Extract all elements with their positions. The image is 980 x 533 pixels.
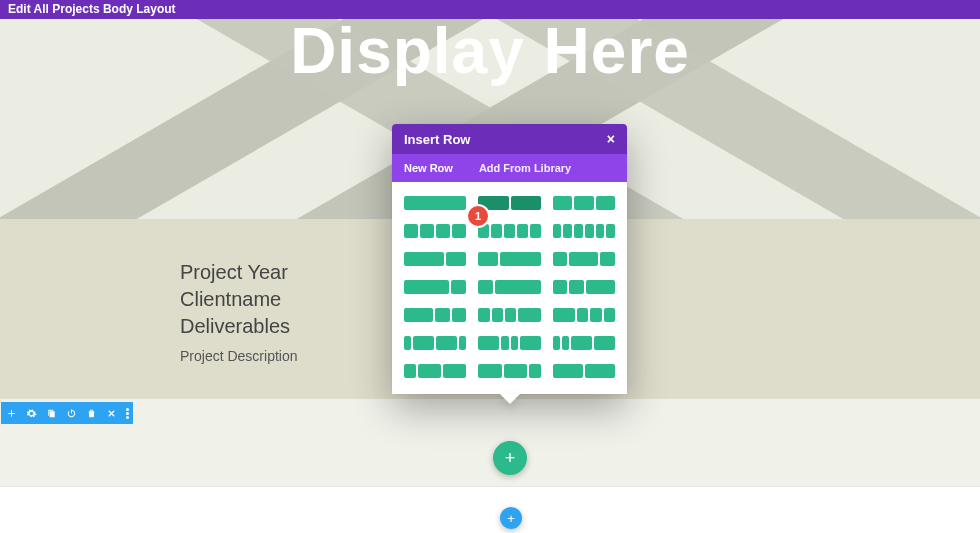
bottom-strip (0, 486, 980, 533)
layout-col (492, 308, 503, 322)
layout-col (459, 336, 466, 350)
layout-option[interactable] (553, 252, 615, 266)
modal-title: Insert Row (404, 132, 470, 147)
layout-option[interactable] (553, 280, 615, 294)
layout-col (604, 308, 615, 322)
below-band-area (0, 399, 980, 486)
dot-icon (126, 416, 129, 419)
layout-col (404, 308, 433, 322)
layout-option[interactable] (553, 336, 615, 350)
layout-option[interactable] (404, 196, 466, 210)
layout-option[interactable] (404, 308, 466, 322)
section-more-button[interactable] (121, 402, 133, 424)
layout-option[interactable] (478, 308, 540, 322)
layout-col (518, 308, 541, 322)
layout-col (553, 308, 576, 322)
layout-option[interactable] (553, 224, 615, 238)
layout-option[interactable] (478, 252, 540, 266)
section-settings-button[interactable] (21, 402, 41, 424)
layout-col (569, 252, 598, 266)
layout-col (596, 224, 605, 238)
layout-col (435, 308, 450, 322)
layout-col (404, 336, 411, 350)
section-duplicate-button[interactable] (41, 402, 61, 424)
layout-col (451, 280, 466, 294)
section-add-button[interactable] (1, 402, 21, 424)
power-icon (66, 408, 77, 419)
layout-option[interactable] (553, 364, 615, 378)
layout-col (413, 336, 434, 350)
layout-option[interactable] (404, 364, 466, 378)
layout-grid (404, 196, 615, 378)
layout-col (495, 280, 540, 294)
plus-icon (6, 408, 17, 419)
dot-icon (126, 412, 129, 415)
layout-col (553, 336, 560, 350)
section-power-button[interactable] (61, 402, 81, 424)
layout-col (596, 196, 615, 210)
layout-option[interactable] (478, 196, 540, 210)
modal-pointer-icon (500, 394, 520, 404)
layout-col (443, 364, 466, 378)
add-row-button[interactable]: + (493, 441, 527, 475)
layout-col (404, 196, 466, 210)
layout-col (577, 308, 588, 322)
layout-option[interactable] (404, 224, 466, 238)
layout-col (504, 224, 515, 238)
layout-col (553, 252, 568, 266)
layout-col (530, 224, 541, 238)
layout-option[interactable] (553, 196, 615, 210)
layout-option[interactable] (478, 336, 540, 350)
layout-col (418, 364, 441, 378)
layout-col (452, 224, 466, 238)
layout-option[interactable] (478, 280, 540, 294)
admin-bar: Edit All Projects Body Layout (0, 0, 980, 19)
modal-close-button[interactable]: × (607, 131, 615, 147)
layout-col (404, 224, 418, 238)
layout-col (436, 224, 450, 238)
layout-col (505, 308, 516, 322)
admin-bar-title: Edit All Projects Body Layout (8, 2, 176, 16)
layout-col (504, 364, 527, 378)
section-delete-button[interactable] (81, 402, 101, 424)
layout-col (501, 336, 508, 350)
layout-option[interactable] (404, 252, 466, 266)
layout-option[interactable] (404, 336, 466, 350)
layout-col (520, 336, 541, 350)
dot-icon (126, 408, 129, 411)
delete-icon (86, 408, 97, 419)
layout-col (478, 336, 499, 350)
layout-option[interactable] (553, 308, 615, 322)
layout-col (600, 252, 615, 266)
layout-col (500, 252, 540, 266)
layout-col (491, 224, 502, 238)
layout-col (436, 336, 457, 350)
layout-col (478, 252, 498, 266)
layout-col (585, 224, 594, 238)
layout-col (606, 224, 615, 238)
layout-col (563, 224, 572, 238)
add-section-button[interactable]: + (500, 507, 522, 529)
layout-col (511, 336, 518, 350)
tab-add-from-library[interactable]: Add From Library (479, 162, 571, 174)
step-badge: 1 (466, 204, 490, 228)
layout-col (478, 308, 489, 322)
layout-option[interactable] (478, 224, 540, 238)
layout-col (571, 336, 592, 350)
layout-col (553, 196, 572, 210)
layout-col (529, 364, 541, 378)
close-icon (106, 408, 117, 419)
layout-option[interactable] (478, 364, 540, 378)
gear-icon (26, 408, 37, 419)
plus-icon: + (507, 511, 515, 526)
duplicate-icon (46, 408, 57, 419)
layout-col (569, 280, 584, 294)
section-toolbar (1, 402, 133, 424)
section-close-button[interactable] (101, 402, 121, 424)
modal-header[interactable]: Insert Row × (392, 124, 627, 154)
layout-option[interactable] (404, 280, 466, 294)
layout-col (478, 280, 493, 294)
layout-col (404, 364, 416, 378)
layout-col (553, 364, 583, 378)
tab-new-row[interactable]: New Row (404, 162, 453, 174)
